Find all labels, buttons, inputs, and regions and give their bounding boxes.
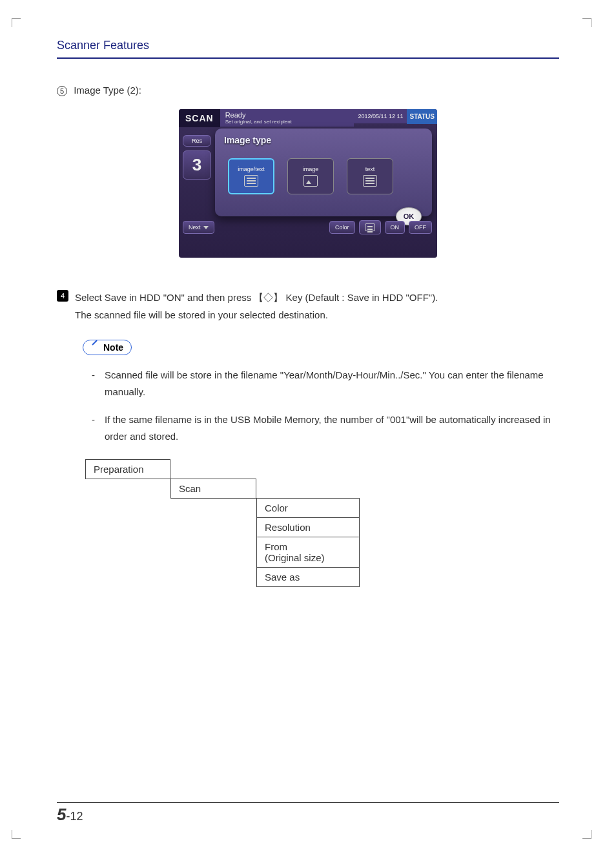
embedded-screenshot: SCAN Ready Set original, and set recipie… <box>179 109 437 258</box>
image-type-popup: Image type image/text image text <box>215 129 432 216</box>
option-image[interactable]: image <box>287 158 334 194</box>
on-button[interactable]: ON <box>385 221 406 234</box>
text-icon <box>363 175 377 187</box>
ready-sub: Set original, and set recipient <box>225 119 349 125</box>
color-button[interactable]: Color <box>329 221 355 234</box>
header-rule <box>57 57 559 59</box>
status-area: Ready Set original, and set recipient <box>220 109 354 127</box>
step-4-subtext: The scanned file will be stored in your … <box>75 309 559 320</box>
status-button[interactable]: STATUS <box>407 109 437 124</box>
note-section: Note Scanned file will be store in the f… <box>83 340 559 444</box>
option-text-label: text <box>365 166 375 172</box>
step-4-badge: 4 <box>57 290 68 302</box>
footer-rule <box>57 802 559 803</box>
menu-path-diagram: Preparation Scan Color Resolution From(O… <box>85 459 559 587</box>
datetime-label: 2012/05/11 12 11 <box>354 109 407 123</box>
menu-preparation: Preparation <box>85 459 170 479</box>
scan-mode-label: SCAN <box>179 109 220 127</box>
next-button[interactable]: Next <box>183 221 214 234</box>
imagetext-bottom-button[interactable] <box>359 220 381 234</box>
page-number: 5-12 <box>57 805 83 825</box>
menu-save-as: Save as <box>256 567 360 587</box>
menu-color: Color <box>256 498 360 518</box>
doc-icon <box>365 223 375 231</box>
option-image-label: image <box>303 166 319 172</box>
step-4-text: Select Save in HDD "ON" and then press 【… <box>75 290 559 305</box>
off-button[interactable]: OFF <box>409 221 432 234</box>
pencil-icon <box>91 343 100 352</box>
ready-label: Ready <box>225 111 349 119</box>
menu-scan: Scan <box>170 479 256 499</box>
step-5-line: 5 Image Type (2): <box>57 85 559 96</box>
section-header: Scanner Features <box>57 39 559 52</box>
res-button[interactable]: Res <box>183 135 211 147</box>
step-5-number: 5 <box>57 86 67 96</box>
note-item-2: If the same filename is in the USB Mobil… <box>92 411 559 444</box>
popup-title: Image type <box>224 135 423 145</box>
menu-resolution: Resolution <box>256 517 360 537</box>
chevron-down-icon <box>203 226 209 229</box>
step-4-line: 4 Select Save in HDD "ON" and then press… <box>57 290 559 305</box>
step-5-label: Image Type (2): <box>74 85 141 96</box>
note-badge: Note <box>83 340 132 355</box>
option-image-text-label: image/text <box>238 166 265 172</box>
note-item-1: Scanned file will be store in the filena… <box>92 367 559 400</box>
menu-from: From(Original size) <box>256 537 360 568</box>
image-icon <box>303 175 318 187</box>
preset-3-button[interactable]: 3 <box>183 150 211 180</box>
note-label: Note <box>103 342 123 353</box>
option-image-text[interactable]: image/text <box>228 158 274 194</box>
option-text[interactable]: text <box>347 158 393 194</box>
imagetext-icon <box>244 175 258 187</box>
